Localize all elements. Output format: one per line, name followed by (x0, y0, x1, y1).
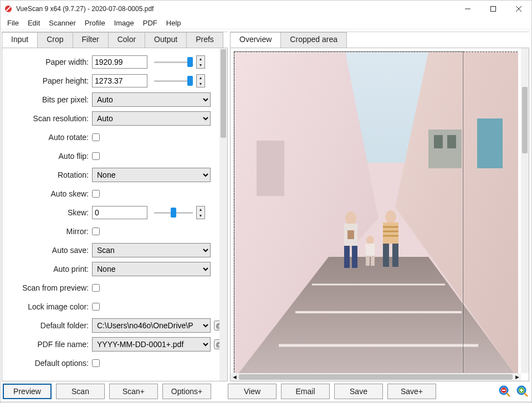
scan-from-preview-checkbox[interactable] (92, 284, 100, 292)
skew-slider[interactable] (154, 207, 193, 218)
default-options-checkbox[interactable] (92, 359, 100, 367)
preview-body: ◀ ▶ (230, 48, 529, 381)
tab-crop[interactable]: Crop (37, 32, 73, 48)
view-button[interactable]: View (228, 384, 277, 399)
email-button[interactable]: Email (281, 384, 330, 399)
menu-pdf[interactable]: PDF (139, 18, 162, 28)
preview-panel: Overview Cropped area (230, 32, 529, 381)
rotation-select[interactable]: None (92, 168, 211, 182)
paper-width-spinner[interactable]: ▲▼ (196, 55, 205, 69)
preview-vscrollbar[interactable] (521, 48, 529, 373)
menu-profile[interactable]: Profile (80, 18, 110, 28)
menu-edit[interactable]: Edit (23, 18, 44, 28)
pdf-file-name-select[interactable]: YYYY-MM-DD-0001+.pdf (92, 337, 211, 352)
save-plus-button[interactable]: Save+ (387, 384, 436, 399)
svg-rect-10 (477, 118, 503, 168)
scan-plus-button[interactable]: Scan+ (109, 384, 158, 399)
auto-flip-label: Auto flip: (4, 152, 92, 161)
auto-skew-label: Auto skew: (4, 189, 92, 198)
tab-input[interactable]: Input (2, 32, 38, 48)
scroll-left-icon[interactable]: ◀ (231, 373, 238, 381)
auto-save-label: Auto save: (4, 246, 92, 255)
bits-per-pixel-select[interactable]: Auto (92, 92, 211, 107)
zoom-in-icon[interactable] (516, 385, 529, 398)
skew-label: Skew: (4, 208, 92, 217)
svg-rect-2 (491, 7, 496, 12)
menu-scanner[interactable]: Scanner (44, 18, 80, 28)
close-button[interactable] (506, 1, 531, 17)
tab-output[interactable]: Output (145, 32, 187, 48)
svg-line-33 (524, 393, 528, 396)
menu-image[interactable]: Image (110, 18, 139, 28)
paper-width-label: Paper width: (4, 58, 92, 66)
menu-help[interactable]: Help (162, 18, 186, 28)
scan-button[interactable]: Scan (56, 384, 105, 399)
app-icon (4, 4, 13, 13)
lock-image-color-label: Lock image color: (4, 302, 92, 311)
titlebar: VueScan 9 x64 (9.7.27) - 2020-07-08-0005… (1, 1, 531, 17)
crop-selection[interactable] (234, 51, 463, 378)
tab-filter[interactable]: Filter (73, 32, 109, 48)
auto-print-select[interactable]: None (92, 262, 211, 276)
settings-panel: Input Crop Filter Color Output Prefs Pap… (2, 32, 228, 381)
auto-rotate-checkbox[interactable] (92, 133, 100, 141)
scan-resolution-label: Scan resolution: (4, 114, 92, 123)
svg-line-29 (507, 393, 510, 396)
paper-height-input[interactable] (92, 74, 147, 87)
maximize-button[interactable] (480, 1, 506, 17)
scan-from-preview-label: Scan from preview: (4, 283, 92, 292)
skew-spinner[interactable]: ▲▼ (196, 206, 205, 219)
auto-print-label: Auto print: (4, 265, 92, 273)
scan-resolution-select[interactable]: Auto (92, 111, 211, 126)
tab-overview[interactable]: Overview (230, 32, 281, 48)
mirror-label: Mirror: (4, 227, 92, 236)
auto-flip-checkbox[interactable] (92, 152, 100, 160)
rotation-label: Rotation: (4, 170, 92, 179)
zoom-out-icon[interactable] (498, 385, 511, 398)
save-button[interactable]: Save (334, 384, 383, 399)
default-options-label: Default options: (4, 359, 92, 368)
tab-prefs[interactable]: Prefs (186, 32, 223, 48)
menu-file[interactable]: File (3, 18, 23, 28)
paper-height-label: Paper height: (4, 76, 92, 85)
settings-tabs: Input Crop Filter Color Output Prefs (2, 32, 228, 48)
settings-scrollbar[interactable] (219, 48, 227, 381)
menubar: File Edit Scanner Profile Image PDF Help (1, 17, 531, 29)
paper-width-input[interactable] (92, 55, 147, 69)
default-folder-label: Default folder: (4, 321, 92, 330)
lock-image-color-checkbox[interactable] (92, 303, 100, 311)
paper-height-spinner[interactable]: ▲▼ (196, 74, 205, 87)
auto-skew-checkbox[interactable] (92, 190, 100, 198)
auto-save-select[interactable]: Scan (92, 243, 211, 257)
skew-input[interactable] (92, 206, 147, 219)
tab-color[interactable]: Color (108, 32, 145, 48)
settings-body: Paper width: ▲▼ Paper height: ▲▼ Bits pe… (2, 48, 228, 381)
bits-per-pixel-label: Bits per pixel: (4, 95, 92, 104)
minimize-button[interactable] (455, 1, 480, 17)
paper-height-slider[interactable] (154, 75, 193, 86)
tab-cropped-area[interactable]: Cropped area (280, 32, 347, 48)
preview-tabs: Overview Cropped area (230, 32, 529, 48)
mirror-checkbox[interactable] (92, 228, 100, 235)
paper-width-slider[interactable] (154, 56, 193, 68)
default-folder-select[interactable]: C:\Users\no46o\OneDrive\P (92, 318, 211, 333)
scroll-right-icon[interactable]: ▶ (513, 373, 521, 381)
pdf-file-name-label: PDF file name: (4, 340, 92, 349)
preview-button[interactable]: Preview (3, 384, 52, 399)
action-buttons: Preview Scan Scan+ Options+ View Email S… (1, 381, 531, 401)
auto-rotate-label: Auto rotate: (4, 133, 92, 142)
options-plus-button[interactable]: Options+ (162, 384, 211, 399)
preview-hscrollbar[interactable]: ◀ ▶ (231, 373, 521, 381)
window-title: VueScan 9 x64 (9.7.27) - 2020-07-08-0005… (16, 5, 455, 13)
